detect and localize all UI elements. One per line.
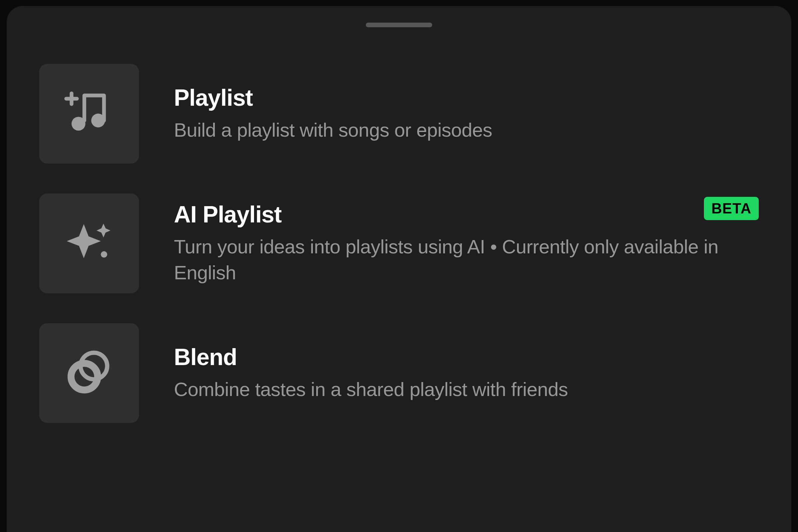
svg-point-5	[101, 251, 107, 258]
menu-item-description: Turn your ideas into playlists using AI …	[174, 234, 752, 286]
svg-point-3	[91, 114, 105, 128]
drag-handle[interactable]	[366, 23, 432, 27]
menu-item-description: Build a playlist with songs or episodes	[174, 117, 752, 143]
menu-item-ai-playlist[interactable]: AI Playlist Turn your ideas into playlis…	[39, 193, 759, 293]
beta-badge: BETA	[704, 197, 759, 220]
icon-box	[39, 64, 139, 164]
menu-item-title: Playlist	[174, 84, 752, 111]
menu-item-playlist[interactable]: Playlist Build a playlist with songs or …	[39, 64, 759, 164]
icon-box	[39, 323, 139, 423]
menu-item-text: Blend Combine tastes in a shared playlis…	[174, 344, 759, 402]
bottom-sheet: Playlist Build a playlist with songs or …	[7, 6, 791, 532]
menu-item-text: Playlist Build a playlist with songs or …	[174, 84, 759, 143]
menu-item-title: AI Playlist	[174, 201, 752, 228]
music-add-icon	[62, 87, 116, 141]
menu-item-blend[interactable]: Blend Combine tastes in a shared playlis…	[39, 323, 759, 423]
menu-item-text: AI Playlist Turn your ideas into playlis…	[174, 201, 759, 286]
blend-icon	[62, 346, 116, 400]
menu-item-description: Combine tastes in a shared playlist with…	[174, 376, 752, 402]
menu-item-title: Blend	[174, 344, 752, 370]
create-menu-list: Playlist Build a playlist with songs or …	[7, 64, 791, 423]
icon-box	[39, 193, 139, 293]
sparkle-icon	[62, 216, 116, 271]
